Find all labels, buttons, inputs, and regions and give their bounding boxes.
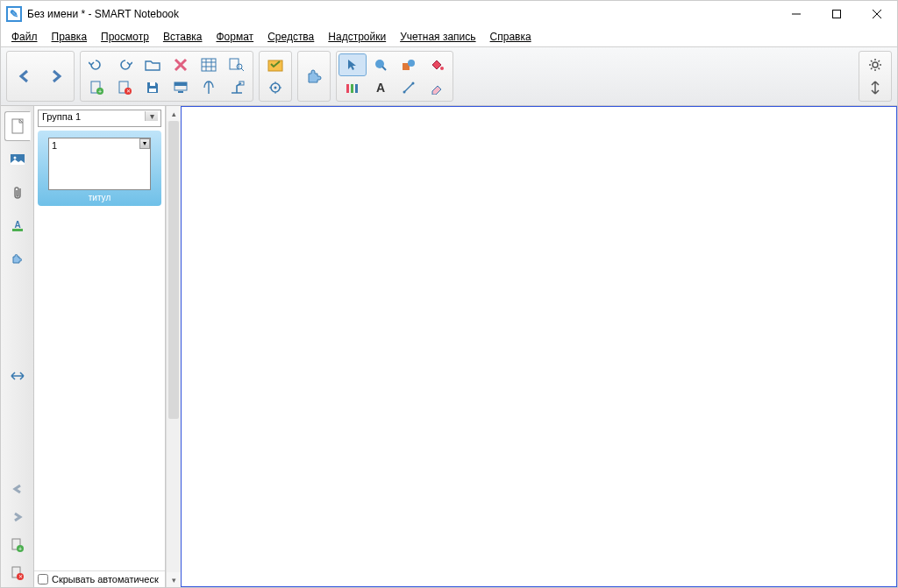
redo-button[interactable] [111,54,138,75]
menu-insert[interactable]: Вставка [156,29,210,45]
svg-text:✕: ✕ [18,574,22,579]
response-button[interactable] [262,54,289,75]
title-bar: ✎ Без имени * - SMART Notebook [1,1,897,27]
vertical-scrollbar[interactable]: ▴ ▾ [166,106,181,587]
addon-group [297,51,331,102]
svg-rect-23 [175,82,187,86]
new-page-button[interactable]: + [83,77,110,98]
close-button[interactable] [857,1,897,27]
panel-add-page-button[interactable]: + [4,533,31,557]
panel-prev-button[interactable] [4,477,31,501]
svg-line-13 [241,68,244,71]
svg-text:A: A [376,81,385,95]
scroll-up-icon[interactable]: ▴ [167,106,181,121]
tools-group: A [336,51,453,102]
file-edit-group: + ✕ [80,51,253,102]
scroll-thumb[interactable] [168,121,179,419]
tab-gallery[interactable] [4,145,31,174]
tab-page-sorter[interactable] [4,111,31,141]
menu-help[interactable]: Справка [483,29,538,45]
delete-page-button[interactable]: ✕ [111,77,138,98]
doc-camera-button[interactable] [224,77,250,98]
svg-point-40 [873,62,878,67]
svg-point-28 [274,87,277,89]
screen-shade-button[interactable] [167,77,194,98]
autohide-label: Скрывать автоматическ [52,574,159,584]
line-tool-button[interactable] [396,77,422,98]
svg-rect-20 [150,82,155,86]
app-icon: ✎ [6,6,22,22]
panel-remove-page-button[interactable]: ✕ [4,561,31,585]
open-button[interactable] [139,54,166,75]
delete-button[interactable] [167,54,194,75]
shape-tool-button[interactable] [396,54,422,75]
svg-text:✕: ✕ [126,89,131,94]
thumbnail-label: титул [48,193,151,202]
menu-account[interactable]: Учетная запись [393,29,482,45]
tab-attachments[interactable] [4,178,31,208]
maximize-button[interactable] [816,1,857,27]
next-page-button[interactable] [41,54,71,98]
canvas-area: ▴ ▾ [166,106,897,587]
panel-next-button[interactable] [4,505,31,529]
tab-properties[interactable]: A [4,211,31,241]
addon-button[interactable] [301,54,327,98]
menu-file[interactable]: Файл [4,29,45,45]
svg-point-39 [412,82,415,85]
thumbnail-preview: 1 ▾ [48,138,151,190]
menu-format[interactable]: Формат [209,29,260,45]
pen-tool-button[interactable] [367,54,394,75]
svg-point-31 [408,60,415,67]
activity-group [259,51,292,102]
zoom-page-button[interactable] [224,54,250,75]
menu-addons[interactable]: Надстройки [321,29,393,45]
panel-footer: Скрывать автоматическ [34,570,165,587]
svg-rect-1 [833,11,841,18]
menu-bar: Файл Правка Просмотр Вставка Формат Сред… [1,27,897,46]
page-canvas[interactable] [181,106,897,587]
scroll-down-icon[interactable]: ▾ [167,572,181,587]
page-number: 1 [52,140,57,151]
prev-page-button[interactable] [10,54,39,98]
svg-text:+: + [18,546,21,552]
thumbnails-area: 1 ▾ титул [34,131,165,570]
menu-edit[interactable]: Правка [45,29,95,45]
minimize-button[interactable] [776,1,816,27]
menu-view[interactable]: Просмотр [94,29,156,45]
svg-rect-33 [346,84,349,93]
page-thumbnail[interactable]: 1 ▾ титул [38,131,161,206]
select-tool-button[interactable] [339,54,366,75]
save-button[interactable] [139,77,166,98]
undo-button[interactable] [83,54,110,75]
group-select-label: Группа 1 [42,111,81,122]
thumbnail-menu-button[interactable]: ▾ [139,138,150,149]
nav-group [6,51,75,102]
group-select[interactable]: Группа 1 [38,110,161,127]
options-group [859,51,892,102]
table-button[interactable] [196,54,222,75]
svg-point-38 [403,91,406,94]
math-tools-button[interactable] [196,77,222,98]
autohide-checkbox[interactable] [38,574,48,584]
move-panel-button[interactable] [4,364,31,388]
color-pens-button[interactable] [339,77,366,98]
svg-rect-21 [149,89,156,92]
fill-tool-button[interactable] [424,54,450,75]
menu-tools[interactable]: Средства [260,29,321,45]
window-title: Без имени * - SMART Notebook [27,8,179,20]
text-tool-button[interactable]: A [367,77,394,98]
settings-button[interactable] [862,54,888,75]
svg-text:+: + [98,89,102,95]
side-tabs: A + ✕ [1,106,34,587]
expand-toolbar-button[interactable] [862,77,888,98]
eraser-tool-button[interactable] [424,77,450,98]
svg-point-32 [440,67,444,70]
svg-rect-35 [355,84,358,93]
svg-line-37 [404,83,413,92]
svg-text:A: A [14,220,20,230]
svg-rect-6 [202,59,216,71]
activity-button[interactable] [262,77,289,98]
page-sorter-panel: Группа 1 1 ▾ титул Скрывать автоматическ [34,106,166,587]
main-toolbar: + ✕ A [1,46,897,106]
tab-addons[interactable] [4,244,31,274]
